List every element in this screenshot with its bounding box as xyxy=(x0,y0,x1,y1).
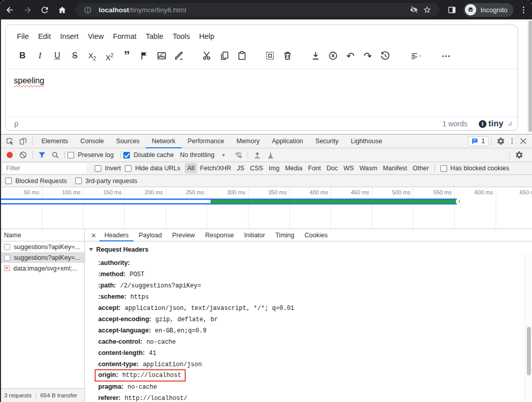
menu-item[interactable]: Table xyxy=(141,30,168,42)
strikethrough-icon[interactable]: S xyxy=(69,49,81,62)
flag-icon[interactable] xyxy=(138,49,151,62)
filter-input[interactable] xyxy=(3,164,86,173)
close-detail-icon[interactable]: ✕ xyxy=(88,232,99,239)
filter-type[interactable]: Media xyxy=(282,163,305,173)
reload-button[interactable] xyxy=(37,2,52,17)
bookmark-star-icon[interactable] xyxy=(420,3,434,16)
request-row[interactable]: data:image/svg+xml;... xyxy=(0,263,84,274)
select-all-icon[interactable] xyxy=(264,49,277,62)
network-conditions-icon[interactable] xyxy=(232,149,245,161)
record-icon[interactable] xyxy=(7,152,13,158)
blockquote-icon[interactable]: ” xyxy=(121,49,134,62)
element-path[interactable]: p xyxy=(14,120,442,128)
has-blocked-cookies-checkbox[interactable] xyxy=(440,165,447,172)
devtools-tab[interactable]: Sources xyxy=(110,135,146,148)
hide-data-urls-checkbox[interactable] xyxy=(125,165,131,172)
browser-menu-button[interactable] xyxy=(518,2,529,17)
invert-checkbox[interactable] xyxy=(95,165,101,172)
restore-draft-icon[interactable] xyxy=(379,49,392,62)
devtools-tab[interactable]: Application xyxy=(265,135,309,148)
export-har-icon[interactable] xyxy=(264,149,277,161)
menu-item[interactable]: Tools xyxy=(168,30,194,42)
filter-type[interactable]: WS xyxy=(341,163,357,173)
filter-type[interactable]: Font xyxy=(305,163,323,173)
superscript-icon[interactable]: X2 xyxy=(103,49,116,62)
filter-type[interactable]: Other xyxy=(410,163,431,173)
devtools-tab[interactable]: Memory xyxy=(230,135,265,148)
subscript-icon[interactable]: X2 xyxy=(86,49,99,62)
clear-icon[interactable] xyxy=(16,149,30,161)
settings-gear-icon[interactable] xyxy=(494,135,507,147)
detail-tab[interactable]: Response xyxy=(200,230,239,241)
detail-tab[interactable]: Timing xyxy=(270,230,299,241)
tiny-logo[interactable]: t tiny xyxy=(479,119,503,128)
side-panel-button[interactable] xyxy=(444,2,459,17)
detail-tab[interactable]: Payload xyxy=(134,230,167,241)
brush-icon[interactable] xyxy=(173,49,186,62)
devtools-tab[interactable]: Security xyxy=(309,135,345,148)
home-button[interactable] xyxy=(54,2,70,17)
detail-scrollbar[interactable] xyxy=(525,254,532,402)
copy-icon[interactable] xyxy=(218,49,231,62)
url-bar[interactable]: localhost/tinymce/tiny6.html xyxy=(76,3,439,17)
menu-item[interactable]: View xyxy=(83,30,108,42)
third-party-checkbox[interactable] xyxy=(75,177,82,184)
misspelled-word[interactable]: speeling xyxy=(14,76,45,85)
search-icon[interactable] xyxy=(49,149,62,161)
disable-cache-checkbox[interactable] xyxy=(123,152,130,159)
site-info-icon[interactable] xyxy=(81,3,94,16)
editor-content[interactable]: speeling xyxy=(6,69,518,117)
cancel-circle-icon[interactable] xyxy=(327,49,340,62)
filter-type[interactable]: CSS xyxy=(248,163,266,173)
filter-type[interactable]: JS xyxy=(234,163,247,173)
filter-icon[interactable] xyxy=(35,149,49,161)
filter-type[interactable]: All xyxy=(185,163,197,173)
filter-type[interactable]: Fetch/XHR xyxy=(197,163,234,173)
devtools-tab[interactable]: Network xyxy=(146,135,182,148)
requests-name-header[interactable]: Name xyxy=(0,230,84,241)
request-headers-section[interactable]: Request Headers xyxy=(88,244,532,255)
menu-item[interactable]: Edit xyxy=(33,30,55,42)
page-scrollbar[interactable] xyxy=(527,19,532,134)
devtools-tab[interactable]: Console xyxy=(74,135,110,148)
redo-icon[interactable]: ↷ xyxy=(362,49,374,62)
edit-image-icon[interactable] xyxy=(156,49,168,62)
italic-icon[interactable]: I xyxy=(34,49,47,62)
detail-tab[interactable]: Initiator xyxy=(239,230,270,241)
device-toolbar-icon[interactable] xyxy=(16,135,30,147)
download-icon[interactable] xyxy=(309,49,322,62)
devtools-tab[interactable]: Performance xyxy=(182,135,231,148)
word-count[interactable]: 1 words xyxy=(442,120,468,128)
menu-item[interactable]: Insert xyxy=(55,30,83,42)
blocked-requests-checkbox[interactable] xyxy=(5,177,12,184)
devtools-close-icon[interactable] xyxy=(517,135,530,147)
forward-button[interactable] xyxy=(19,2,35,17)
resize-handle-icon[interactable] xyxy=(507,121,513,126)
network-overview-timeline[interactable]: 50 ms100 ms150 ms200 ms250 ms300 ms350 m… xyxy=(0,187,532,229)
filter-type[interactable]: Doc xyxy=(324,163,340,173)
detail-tab[interactable]: Headers xyxy=(99,230,134,241)
filter-type[interactable]: Wasm xyxy=(357,163,380,173)
cut-icon[interactable] xyxy=(201,49,214,62)
request-row[interactable]: suggestions?apiKey=... xyxy=(0,241,84,252)
undo-icon[interactable]: ↶ xyxy=(344,49,357,62)
preserve-log-checkbox[interactable] xyxy=(68,152,74,159)
network-settings-gear-icon[interactable] xyxy=(513,149,526,161)
filter-type[interactable]: Manifest xyxy=(381,163,410,173)
detail-tab[interactable]: Cookies xyxy=(299,230,332,241)
menu-item[interactable]: File xyxy=(12,30,33,42)
detail-tab[interactable]: Preview xyxy=(167,230,199,241)
eye-off-icon[interactable] xyxy=(407,3,420,16)
issues-badge[interactable]: 1 xyxy=(468,136,489,146)
back-button[interactable] xyxy=(2,2,17,17)
devtools-tab[interactable]: Lighthouse xyxy=(345,135,388,148)
paste-icon[interactable] xyxy=(236,49,249,62)
underline-icon[interactable]: U xyxy=(51,49,64,62)
throttling-dropdown[interactable]: No throttling ▼ xyxy=(180,151,226,159)
menu-item[interactable]: Help xyxy=(194,30,219,42)
request-row[interactable]: suggestions?apiKey=... xyxy=(0,252,84,263)
bold-icon[interactable]: B xyxy=(16,49,29,62)
delete-icon[interactable] xyxy=(281,49,294,62)
import-har-icon[interactable] xyxy=(251,149,264,161)
devtools-tab[interactable]: Elements xyxy=(35,135,74,148)
